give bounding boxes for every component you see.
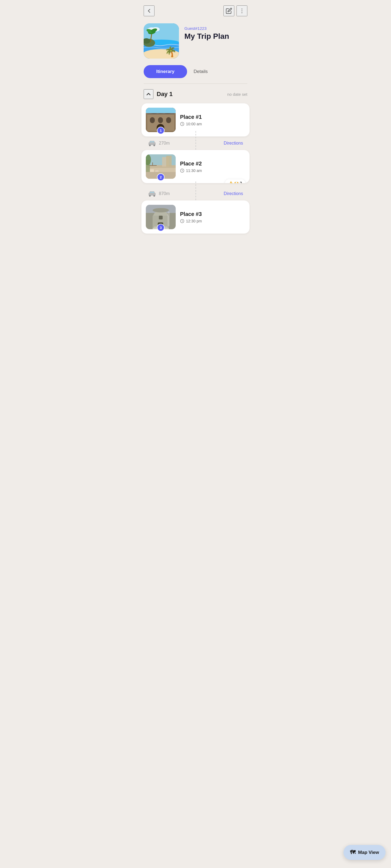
chevron-left-icon (146, 8, 152, 14)
directions-link-2[interactable]: Directions (224, 191, 243, 196)
place-badge-3: 3 (157, 224, 165, 231)
place-image-wrap-1: 1 (146, 108, 176, 132)
more-menu-button[interactable] (236, 5, 247, 16)
palm-emoji-decoration: 🌴 (165, 46, 177, 58)
svg-point-47 (153, 195, 155, 197)
connector-right-1: Directions (224, 141, 243, 146)
clock-icon-2 (180, 168, 185, 173)
place-time-text-3: 12:30 pm (186, 219, 202, 223)
place-name-2: Place #2 (180, 161, 245, 167)
car-icon-1 (148, 140, 156, 146)
svg-point-0 (242, 9, 243, 9)
place-badge-2: 2 (157, 173, 165, 181)
tab-itinerary[interactable]: Itinerary (144, 65, 187, 78)
trip-title: My Trip Plan (185, 32, 247, 41)
route-connector-1: 270m Directions (141, 136, 250, 150)
tab-details[interactable]: Details (187, 65, 214, 78)
svg-rect-23 (166, 117, 171, 123)
svg-point-1 (242, 10, 243, 11)
day-date: no date set (227, 92, 247, 97)
trip-cover-image: 🌴 (144, 23, 179, 59)
svg-rect-22 (158, 117, 163, 123)
header-section: 🌴 Guest#1223 My Trip Plan (137, 19, 254, 64)
place-time-1: 10:00 am (180, 122, 245, 126)
reactions-text: 👍 🙌 2 (228, 181, 242, 183)
day-header: Day 1 no date set (137, 84, 254, 103)
svg-rect-25 (146, 108, 176, 113)
svg-rect-56 (159, 216, 163, 219)
place-image-wrap-2: 2 (146, 154, 176, 179)
place-info-1: Place #1 10:00 am (180, 114, 245, 126)
place-info-3: Place #3 12:30 pm (180, 211, 245, 223)
place-card-2[interactable]: 2 Place #2 11:30 am 👍 🙌 2 (141, 150, 250, 183)
place-card-3[interactable]: 3 Place #3 12:30 pm (141, 200, 250, 234)
reactions-badge: 👍 🙌 2 (225, 179, 245, 183)
clock-icon-1 (180, 122, 185, 126)
place-name-3: Place #3 (180, 211, 245, 217)
place-time-3: 12:30 pm (180, 219, 245, 223)
svg-rect-59 (168, 212, 170, 226)
place-time-text-1: 10:00 am (186, 122, 202, 126)
back-button[interactable] (144, 5, 155, 16)
more-vertical-icon (239, 8, 245, 14)
edit-button[interactable] (223, 5, 234, 16)
car-icon-2 (148, 191, 156, 197)
place-info-2: Place #2 11:30 am (180, 161, 245, 173)
collapse-day-button[interactable] (144, 89, 153, 99)
guest-label: Guest#1223 (185, 26, 247, 31)
route-connector-2: 870m Directions (141, 187, 250, 200)
svg-rect-48 (150, 192, 152, 193)
svg-point-2 (242, 12, 243, 13)
svg-point-54 (152, 208, 169, 212)
connector-right-2: Directions (224, 191, 243, 196)
directions-link-1[interactable]: Directions (224, 141, 243, 145)
chevron-up-icon (145, 91, 152, 97)
place-name-1: Place #1 (180, 114, 245, 120)
place-time-text-2: 11:30 am (186, 168, 202, 173)
svg-rect-21 (150, 117, 155, 123)
route-distance-2: 870m (159, 191, 170, 196)
svg-point-29 (153, 145, 155, 146)
pencil-icon (226, 8, 232, 14)
svg-rect-35 (166, 156, 172, 166)
clock-icon-3 (180, 219, 185, 223)
place-time-2: 11:30 am (180, 168, 245, 173)
svg-rect-30 (150, 141, 152, 143)
svg-rect-49 (152, 192, 154, 193)
place-image-wrap-3: 3 (146, 205, 176, 229)
place-badge-1: 1 (157, 127, 165, 134)
svg-rect-31 (152, 141, 154, 143)
nav-right-actions (223, 5, 247, 16)
svg-point-46 (149, 195, 151, 197)
places-list: 1 Place #1 10:00 am (137, 103, 254, 234)
tab-bar: Itinerary Details (137, 64, 254, 84)
trip-info: Guest#1223 My Trip Plan (185, 23, 247, 41)
svg-point-28 (149, 145, 151, 146)
route-distance-1: 270m (159, 141, 170, 146)
day-title: Day 1 (157, 91, 224, 98)
connector-left-1: 270m (148, 140, 170, 146)
top-nav (137, 0, 254, 19)
connector-left-2: 870m (148, 191, 170, 197)
